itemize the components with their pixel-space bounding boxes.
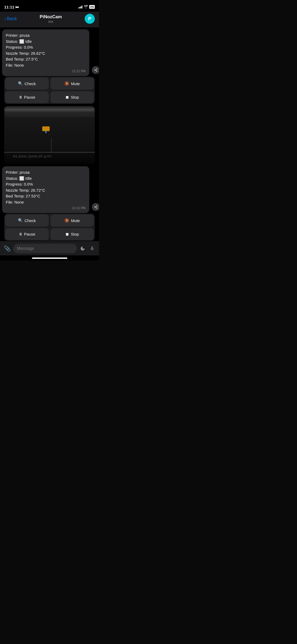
pause-button-1[interactable]: ⏸ Pause xyxy=(5,91,49,103)
check-button-2[interactable]: 🔍 Check xyxy=(5,214,49,227)
check-icon-2: 🔍 xyxy=(18,218,23,223)
signal-icon xyxy=(78,5,82,8)
action-row-2-bottom: ⏸ Pause ⏹ Stop xyxy=(4,227,95,241)
printer-label-2: Printer: prusa xyxy=(6,169,86,176)
nozzle-temp-1: Nozzle Temp: 26.62°C xyxy=(6,50,86,57)
message-2-time: 11:11 PM xyxy=(6,206,86,210)
message-bubble-1: Printer: prusa Status: ⬜ Idle Progress: … xyxy=(2,29,89,76)
action-row-1-bottom: ⏸ Pause ⏹ Stop xyxy=(4,90,95,104)
status-icons: 100 xyxy=(78,5,95,9)
home-indicator xyxy=(0,255,99,260)
camera-placeholder: ed Steel Sheet by Prus xyxy=(4,106,95,164)
progress-label-2: Progress: 0.0% xyxy=(6,181,86,187)
stop-icon-1: ⏹ xyxy=(65,95,69,99)
chat-area: Printer: prusa Status: ⬜ Idle Progress: … xyxy=(0,27,99,241)
back-button[interactable]: ‹ Back xyxy=(4,16,17,22)
pause-icon-2: ⏸ xyxy=(18,232,22,236)
pause-label-2: Pause xyxy=(24,232,35,236)
nav-subtitle: bot xyxy=(40,20,62,24)
bed-temp-1: Bed Temp: 27.5°C xyxy=(6,56,86,62)
camera-image: ed Steel Sheet by Prus xyxy=(4,106,95,164)
message-1-container: Printer: prusa Status: ⬜ Idle Progress: … xyxy=(0,27,99,241)
camera-bottom-gradient xyxy=(4,148,95,164)
pause-icon-1: ⏸ xyxy=(18,95,22,99)
input-bar: 📎 xyxy=(0,241,99,255)
action-row-1-top: 🔍 Check 🔕 Mute xyxy=(4,77,95,90)
nav-title: PiNozCam xyxy=(40,14,62,20)
stop-label-2: Stop xyxy=(71,232,79,236)
action-buttons-1: 🔍 Check 🔕 Mute ⏸ Pause ⏹ Stop xyxy=(4,77,95,104)
check-label-1: Check xyxy=(25,81,36,86)
wifi-icon xyxy=(84,5,88,9)
pause-button-2[interactable]: ⏸ Pause xyxy=(5,228,49,240)
check-button-1[interactable]: 🔍 Check xyxy=(5,77,49,90)
printer-label-1: Printer: prusa xyxy=(6,33,86,39)
mute-button-2[interactable]: 🔕 Mute xyxy=(50,214,94,227)
share-button-1[interactable] xyxy=(92,66,99,74)
message-2-text: Printer: prusa Status: ⬜ Idle Progress: … xyxy=(6,169,86,205)
status-emoji-1: ⬜ xyxy=(19,39,24,44)
attach-button[interactable]: 📎 xyxy=(3,245,11,252)
back-label: Back xyxy=(7,16,17,21)
camera-blur-line xyxy=(4,109,95,111)
file-label-2: File: None xyxy=(6,199,86,205)
share-button-2[interactable] xyxy=(92,203,99,211)
bed-temp-2: Bed Temp: 27.53°C xyxy=(6,193,86,199)
status-time: 11:11 🛏 xyxy=(4,5,19,9)
status-label-1: Status: ⬜ Idle xyxy=(6,39,86,45)
check-icon-1: 🔍 xyxy=(18,81,23,86)
chevron-left-icon: ‹ xyxy=(4,16,6,22)
nav-bar: ‹ Back PiNozCam bot P xyxy=(0,12,99,27)
message-1-text: Printer: prusa Status: ⬜ Idle Progress: … xyxy=(6,33,86,68)
progress-label-1: Progress: 0.0% xyxy=(6,44,86,50)
moon-button[interactable] xyxy=(79,245,86,252)
battery-icon: 100 xyxy=(89,5,95,9)
message-bubble-2: Printer: prusa Status: ⬜ Idle Progress: … xyxy=(2,166,89,213)
status-label-2: Status: ⬜ Idle xyxy=(6,176,86,182)
mute-label-2: Mute xyxy=(71,218,80,223)
stop-button-2[interactable]: ⏹ Stop xyxy=(50,228,94,240)
pause-label-1: Pause xyxy=(24,95,35,99)
input-right-icons xyxy=(79,245,96,252)
home-bar xyxy=(32,257,67,259)
nozzle-temp-2: Nozzle Temp: 26.72°C xyxy=(6,187,86,194)
camera-blur-top xyxy=(4,106,95,117)
file-label-1: File: None xyxy=(6,62,86,68)
mute-label-1: Mute xyxy=(71,81,80,86)
stop-label-1: Stop xyxy=(71,95,79,99)
status-bar: 11:11 🛏 100 xyxy=(0,0,99,12)
stop-icon-2: ⏹ xyxy=(65,232,69,236)
nav-title-container: PiNozCam bot xyxy=(40,14,62,24)
action-buttons-2: 🔍 Check 🔕 Mute ⏸ Pause ⏹ Stop xyxy=(4,214,95,241)
mute-icon-1: 🔕 xyxy=(64,81,69,86)
check-label-2: Check xyxy=(25,218,36,223)
message-input[interactable] xyxy=(13,244,77,253)
stop-button-1[interactable]: ⏹ Stop xyxy=(50,91,94,103)
message-1-time: 11:11 PM xyxy=(6,69,86,73)
mute-icon-2: 🔕 xyxy=(64,218,69,223)
camera-nozzle xyxy=(42,126,50,131)
avatar[interactable]: P xyxy=(85,14,95,24)
status-emoji-2: ⬜ xyxy=(19,176,24,181)
microphone-button[interactable] xyxy=(88,245,96,252)
mute-button-1[interactable]: 🔕 Mute xyxy=(50,77,94,90)
action-row-2-top: 🔍 Check 🔕 Mute xyxy=(4,214,95,227)
